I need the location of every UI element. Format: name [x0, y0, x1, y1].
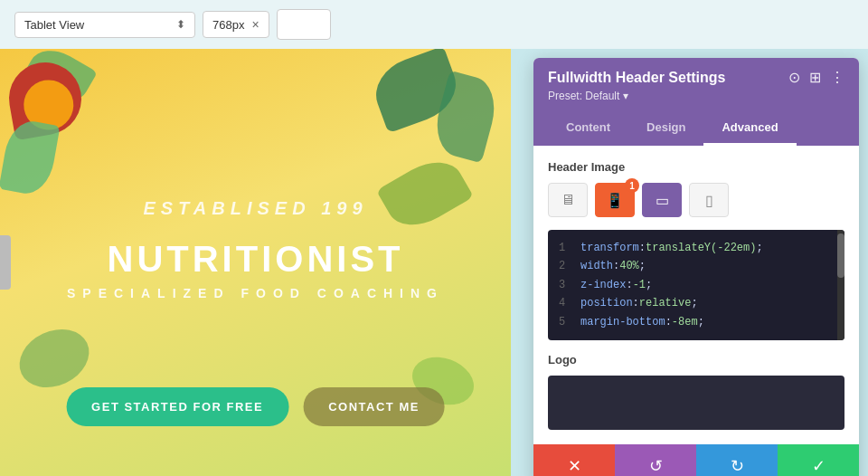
tab-advanced[interactable]: Advanced [703, 111, 796, 146]
leaf-decor [0, 118, 61, 197]
device-icons-row: 🖥 📱 1 ▭ ▯ [548, 183, 844, 217]
nutritionist-text: NUTRITIONIST [108, 239, 404, 280]
layout-icon[interactable]: ⊞ [809, 69, 821, 86]
code-line-1: 1 transform:translateY(-22em); [559, 239, 834, 257]
code-line-4: 4 position:relative; [559, 294, 834, 312]
logo-section: Logo [548, 353, 844, 430]
panel-icons: ⊙ ⊞ ⋮ [788, 69, 844, 86]
code-line-5: 5 margin-bottom:-8em; [559, 313, 834, 331]
code-text: transform:translateY(-22em); [580, 239, 763, 257]
panel-header: Fullwidth Header Settings ⊙ ⊞ ⋮ Preset: … [533, 58, 859, 146]
panel-footer: ✕ ↺ ↻ ✓ [533, 444, 859, 476]
view-select[interactable]: Tablet View ⬍ [14, 12, 195, 38]
preview-area: ESTABLISED 199 NUTRITIONIST SPECIALIZED … [0, 49, 511, 476]
small-phone-device-btn[interactable]: ▯ [689, 183, 729, 217]
extra-field [277, 9, 331, 40]
panel-tabs: Content Design Advanced [548, 111, 844, 146]
leaf-decor [376, 150, 474, 238]
subtitle-text: SPECIALIZED FOOD COACHING [67, 286, 444, 300]
line-number: 2 [559, 257, 570, 275]
chevron-down-icon: ⬍ [176, 18, 185, 31]
tablet-device-btn[interactable]: ▭ [642, 183, 682, 217]
desktop-icon: 🖥 [561, 192, 575, 208]
tab-design[interactable]: Design [628, 111, 703, 146]
undo-button[interactable]: ↺ [615, 444, 696, 476]
header-image-label: Header Image [548, 160, 844, 174]
panel-body: Header Image 🖥 📱 1 ▭ ▯ [533, 146, 859, 444]
cancel-button[interactable]: ✕ [533, 444, 615, 476]
camera-icon[interactable]: ⊙ [788, 69, 800, 86]
get-started-button[interactable]: GET STARTED FOR FREE [66, 387, 288, 426]
px-value: 768px [212, 18, 244, 32]
logo-preview [548, 376, 844, 430]
code-text: z-index:-1; [580, 276, 652, 294]
panel-title: Fullwidth Header Settings [548, 70, 725, 86]
line-number: 1 [559, 239, 570, 257]
close-icon[interactable]: × [251, 17, 259, 32]
cta-buttons: GET STARTED FOR FREE CONTACT ME [66, 387, 445, 426]
small-phone-icon: ▯ [705, 192, 713, 209]
left-edge-handle [0, 235, 11, 290]
settings-panel: Fullwidth Header Settings ⊙ ⊞ ⋮ Preset: … [533, 58, 859, 476]
scrollbar[interactable] [837, 230, 844, 340]
code-text: margin-bottom:-8em; [580, 313, 704, 331]
contact-button[interactable]: CONTACT ME [303, 387, 445, 426]
redo-button[interactable]: ↻ [696, 444, 778, 476]
line-number: 3 [559, 276, 570, 294]
panel-title-row: Fullwidth Header Settings ⊙ ⊞ ⋮ [548, 69, 844, 86]
line-number: 5 [559, 313, 570, 331]
leaf-decor-bottom [10, 319, 99, 398]
confirm-button[interactable]: ✓ [778, 444, 859, 476]
code-text: position:relative; [580, 294, 698, 312]
device-badge: 1 [625, 178, 639, 193]
more-icon[interactable]: ⋮ [830, 69, 844, 86]
mobile-icon: 📱 [606, 192, 624, 209]
preset-label[interactable]: Preset: Default ▾ [548, 90, 844, 102]
logo-label: Logo [548, 353, 844, 367]
code-line-2: 2 width:40%; [559, 257, 834, 275]
desktop-device-btn[interactable]: 🖥 [548, 183, 588, 217]
tab-content[interactable]: Content [548, 111, 628, 146]
canvas-area: ESTABLISED 199 NUTRITIONIST SPECIALIZED … [0, 49, 868, 476]
top-toolbar: Tablet View ⬍ 768px × [0, 0, 868, 49]
px-input[interactable]: 768px × [203, 11, 269, 38]
scrollbar-thumb [837, 233, 844, 278]
tablet-icon: ▭ [656, 192, 669, 209]
mobile-device-btn[interactable]: 📱 1 [595, 183, 635, 217]
css-code-editor[interactable]: 1 transform:translateY(-22em); 2 width:4… [548, 230, 844, 340]
view-select-label: Tablet View [24, 18, 84, 32]
code-text: width:40%; [580, 257, 646, 275]
code-line-3: 3 z-index:-1; [559, 276, 834, 294]
established-text: ESTABLISED 199 [143, 198, 367, 219]
line-number: 4 [559, 294, 570, 312]
